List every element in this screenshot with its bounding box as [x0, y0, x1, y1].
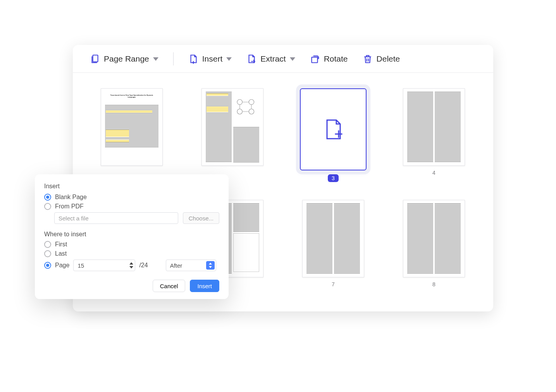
svg-rect-1: [312, 57, 317, 62]
radio-icon: [44, 203, 51, 210]
rotate-icon: [310, 54, 320, 64]
cancel-button[interactable]: Cancel: [153, 280, 186, 292]
insert-button[interactable]: Insert: [188, 54, 232, 64]
insert-blank-page-tile[interactable]: [300, 88, 367, 170]
radio-first[interactable]: First: [44, 241, 219, 248]
thumbnail-cell: 3: [294, 88, 372, 182]
chevron-down-icon: [290, 56, 295, 62]
page-total-label: /24: [139, 262, 148, 269]
page-thumbnail: Trace-based Just-in-Time Type Specializa…: [101, 88, 163, 166]
radio-icon[interactable]: [44, 262, 51, 269]
svg-point-2: [237, 100, 242, 105]
toolbar: Page Range Insert: [73, 45, 493, 73]
file-input[interactable]: Select a file: [54, 212, 178, 224]
thumbnail-cell[interactable]: 4: [395, 88, 473, 182]
page-range-button[interactable]: Page Range: [90, 54, 158, 64]
diagram-figure: [233, 92, 259, 124]
position-select[interactable]: After: [166, 260, 216, 271]
choose-file-button[interactable]: Choose...: [183, 212, 219, 224]
file-picker-row: Select a file Choose...: [54, 212, 219, 224]
add-page-icon: [324, 119, 343, 140]
page-range-icon: [90, 54, 100, 64]
radio-icon: [44, 241, 51, 248]
radio-label: From PDF: [55, 203, 84, 210]
rotate-label: Rotate: [324, 54, 348, 64]
thumbnail-cell[interactable]: [194, 88, 271, 182]
radio-blank-page[interactable]: Blank Page: [44, 194, 219, 201]
stepper-down[interactable]: [129, 266, 133, 268]
radio-last[interactable]: Last: [44, 250, 219, 257]
insert-section-title: Insert: [44, 183, 219, 190]
radio-from-pdf[interactable]: From PDF: [44, 203, 219, 210]
svg-point-3: [249, 100, 254, 105]
rotate-button[interactable]: Rotate: [310, 54, 348, 64]
radio-label[interactable]: Page: [55, 262, 69, 269]
page-number-badge: 3: [328, 174, 339, 182]
figure-placeholder: [233, 233, 259, 272]
delete-button[interactable]: Delete: [363, 54, 400, 64]
page-thumbnail: [403, 88, 465, 166]
thumbnail-cell[interactable]: 8: [395, 200, 473, 287]
radio-label: Last: [55, 250, 67, 257]
radio-page-row: Page 15 /24 After: [44, 260, 219, 271]
page-insert-icon: [188, 54, 198, 64]
dialog-actions: Cancel Insert: [44, 280, 219, 292]
stepper: [129, 262, 133, 268]
insert-dialog: Insert Blank Page From PDF Select a file…: [35, 174, 229, 299]
page-thumbnail: [201, 88, 263, 166]
select-caret-icon: [206, 261, 215, 270]
svg-point-4: [237, 109, 242, 114]
extract-label: Extract: [260, 54, 286, 64]
svg-point-5: [249, 109, 254, 114]
where-section-title: Where to insert: [44, 231, 219, 238]
page-thumbnail: [302, 200, 364, 277]
chevron-down-icon: [153, 56, 158, 62]
svg-rect-0: [93, 55, 98, 62]
toolbar-separator: [173, 52, 174, 65]
delete-label: Delete: [377, 54, 400, 64]
position-value: After: [170, 262, 182, 269]
chevron-down-icon: [226, 56, 232, 62]
page-number-label: 8: [432, 281, 436, 287]
thumbnail-cell[interactable]: 7: [294, 200, 372, 287]
radio-label: Blank Page: [55, 194, 87, 201]
page-number-label: 7: [332, 281, 335, 287]
page-range-label: Page Range: [104, 54, 149, 64]
stepper-up[interactable]: [129, 262, 133, 265]
page-extract-icon: [246, 54, 256, 64]
insert-label: Insert: [202, 54, 223, 64]
page-number-value: 15: [77, 262, 84, 269]
file-input-placeholder: Select a file: [59, 215, 89, 222]
radio-icon: [44, 194, 51, 201]
radio-icon: [44, 250, 51, 257]
page-number-label: 4: [432, 170, 436, 176]
insert-confirm-button[interactable]: Insert: [190, 280, 219, 292]
page-thumbnail: [403, 200, 465, 277]
radio-label: First: [55, 241, 67, 248]
trash-icon: [363, 54, 373, 64]
extract-button[interactable]: Extract: [246, 54, 295, 64]
page-number-input[interactable]: 15: [73, 260, 135, 271]
thumbnail-cell[interactable]: Trace-based Just-in-Time Type Specializa…: [93, 88, 170, 182]
